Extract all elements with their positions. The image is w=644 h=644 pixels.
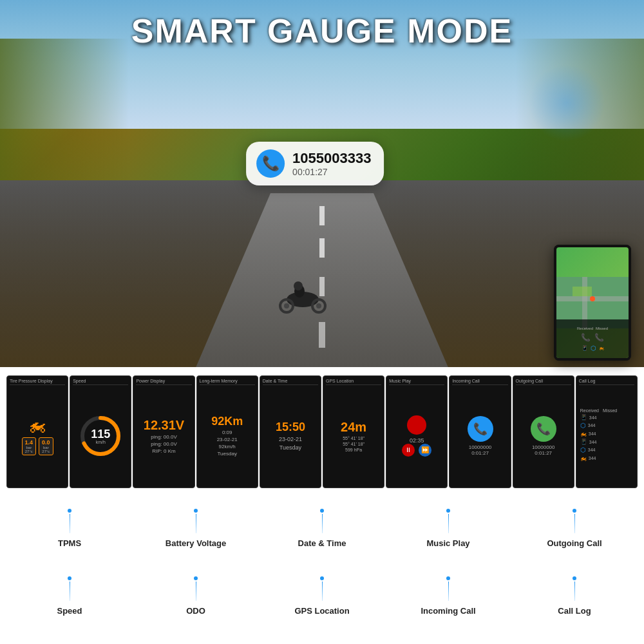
calllog-num-6: 344 [589, 456, 596, 460]
odo-content: 92Km 0:09 23-02-21 92km/h Tuesday [200, 387, 255, 485]
device-map: Received Missed 📞 📞 📱 ⬡ 🏍 [556, 247, 629, 358]
missed-label: Missed [596, 327, 608, 330]
tpms-bars: 1.4 bar 27°c 0.0 bar 27°c [22, 437, 53, 455]
label-outgoing-text: Outgoing Call [547, 538, 601, 548]
tpms-rear-val: 0.0 [42, 439, 50, 446]
music-forward-btn[interactable]: ⏩ [419, 444, 431, 457]
calllog-phone-icon-1: 📱 [580, 414, 587, 421]
bottom-section: Tire Pressure Display 🏍 1.4 bar 27°c 0.0… [0, 367, 644, 644]
label-odo-line [194, 576, 198, 601]
odo-speed: 92km/h [219, 444, 236, 450]
received-label: Received [577, 327, 593, 330]
label-battery: Battery Voltage [133, 509, 259, 548]
label-speed-line [68, 576, 71, 601]
outgoing-title: Outgoing Call [516, 379, 571, 385]
calllog-item-4: 📱 344 [580, 439, 597, 445]
label-calllog-vline [574, 582, 575, 601]
label-tpms: TPMS [6, 509, 133, 548]
odo-title: Long-term Memory [200, 379, 255, 385]
tpms-rear-temp: 27°c [42, 450, 50, 453]
music-time: 02:35 [410, 437, 424, 444]
datetime-day: Tuesday [279, 444, 301, 451]
label-battery-text: Battery Voltage [166, 538, 226, 548]
outgoing-call-icon[interactable]: 📞 [531, 416, 556, 442]
odo-day: Tuesday [218, 451, 237, 457]
calllog-moto-icon-1: 🏍 [580, 430, 587, 437]
incoming-duration: 0:01:27 [471, 450, 489, 456]
device-phone-icon: 📱 [582, 345, 588, 351]
datetime-content: 15:50 23-02-21 Tuesday [263, 387, 318, 485]
label-tpms-vline [70, 514, 70, 533]
label-datetime-line [320, 509, 324, 533]
speed-value: 115 [91, 428, 110, 439]
label-outgoing: Outgoing Call [511, 509, 638, 548]
call-number: 1055003333 [292, 150, 371, 167]
voltage-value: 12.31V [144, 418, 184, 433]
label-odo-dot [194, 576, 198, 580]
label-odo-text: ODO [186, 606, 205, 616]
label-datetime: Date & Time [259, 509, 385, 548]
label-music: Music Play [385, 509, 511, 548]
label-gps-vline [322, 582, 323, 601]
calllog-title: Call Log [579, 379, 634, 385]
hero-background [0, 0, 644, 374]
tpms-rear-unit: bar [42, 446, 50, 450]
calllog-num-3: 344 [589, 431, 596, 436]
outgoing-number: 10000000 [532, 444, 555, 450]
gps-coord1: 55° 41' 18" [343, 436, 365, 440]
label-speed: Speed [6, 576, 133, 616]
label-incoming-dot [446, 576, 450, 580]
incoming-content: 📞 10000000 0:01:27 [452, 387, 507, 485]
label-odo-vline [196, 582, 196, 601]
datetime-date: 23-02-21 [279, 436, 302, 442]
gauge-card-tpms: Tire Pressure Display 🏍 1.4 bar 27°c 0.0… [6, 375, 68, 488]
music-controls: ⏸ ⏩ [402, 444, 431, 457]
gauge-card-gps: GPS Location 24m 55° 41' 18" 55° 41' 18"… [323, 375, 384, 488]
gps-dist: 24m [341, 420, 366, 435]
calllog-content: Received Missed 📱 344 ⬡ 344 🏍 344 📱 [579, 387, 634, 485]
gauge-card-odo: Long-term Memory 92Km 0:09 23-02-21 92km… [196, 375, 258, 488]
main-title: SMART GAUGE MODE [131, 12, 513, 50]
svg-rect-2 [319, 238, 325, 258]
label-outgoing-line [573, 509, 576, 533]
label-datetime-vline [322, 514, 323, 533]
calllog-item-3: 🏍 344 [580, 430, 596, 437]
label-tpms-dot [68, 509, 71, 513]
music-record-dot [407, 415, 426, 435]
outgoing-duration: 0:01:27 [535, 450, 552, 456]
calllog-received-header: Received [580, 408, 599, 413]
odo-row1: 0:09 [222, 430, 232, 435]
svg-rect-1 [319, 206, 325, 225]
device-overlay: Received Missed 📞 📞 📱 ⬡ 🏍 [556, 319, 629, 358]
speed-gauge-widget: 115 km/h [78, 413, 123, 459]
voltage-title: Power Display [136, 379, 191, 385]
device-bt-icon: ⬡ [591, 345, 596, 352]
odo-value: 92Km [211, 415, 243, 428]
labels-bottom-row: Speed ODO GPS Location [0, 570, 644, 644]
labels-section: TPMS Battery Voltage Date & Time [0, 496, 644, 644]
label-datetime-dot [320, 509, 324, 513]
call-bubble: 📞 1055003333 00:01:27 [246, 142, 384, 185]
svg-point-9 [284, 303, 289, 308]
calllog-moto-icon-2: 🏍 [580, 455, 587, 462]
outgoing-content: 📞 10000000 0:01:27 [516, 387, 571, 485]
gauge-card-music: Music Play 02:35 ⏸ ⏩ [386, 375, 448, 488]
call-bubble-text: 1055003333 00:01:27 [292, 150, 371, 177]
incoming-call-icon[interactable]: 📞 [468, 416, 493, 442]
datetime-title: Date & Time [263, 379, 318, 385]
calllog-num-5: 344 [588, 448, 596, 452]
label-speed-dot [68, 576, 71, 580]
tpms-front-temp: 27°c [25, 450, 33, 453]
label-incoming: Incoming Call [385, 576, 511, 616]
gauge-strip: Tire Pressure Display 🏍 1.4 bar 27°c 0.0… [0, 367, 644, 496]
label-gps-line [320, 576, 324, 601]
calllog-item-5: ⬡ 344 [580, 446, 596, 453]
music-pause-btn[interactable]: ⏸ [402, 444, 415, 457]
label-outgoing-dot [573, 509, 576, 513]
gauge-card-voltage: Power Display 12.31V ping: 00.0V ping: 0… [133, 375, 194, 488]
datetime-time: 15:50 [276, 421, 305, 434]
device-outgoing-icon: 📞 [594, 333, 604, 342]
gps-pressure: 599 hPa [345, 448, 362, 452]
label-outgoing-vline [574, 514, 575, 533]
calllog-bt-icon-1: ⬡ [580, 422, 586, 429]
